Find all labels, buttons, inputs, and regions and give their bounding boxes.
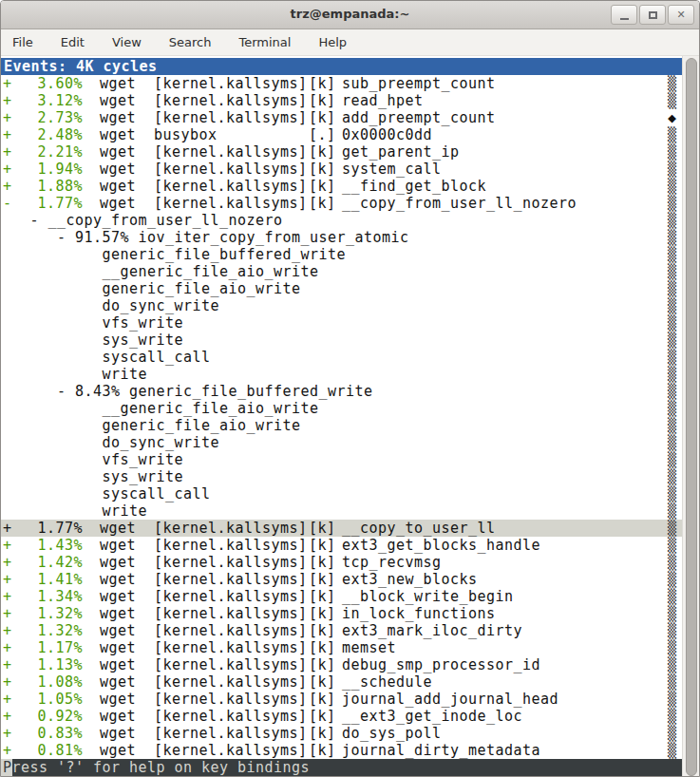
perf-entry-row[interactable]: -1.77%wget[kernel.kallsyms][k]__copy_fro… bbox=[1, 195, 682, 212]
expand-toggle[interactable]: + bbox=[3, 673, 12, 691]
callchain-row[interactable]: write▒ bbox=[1, 366, 682, 383]
overhead-percent: 2.73% bbox=[28, 109, 83, 126]
shared-object: [kernel.kallsyms] bbox=[154, 161, 308, 178]
symbol-name: __copy_to_user_ll bbox=[342, 520, 496, 537]
perf-entry-row[interactable]: +1.42%wget[kernel.kallsyms][k]tcp_recvms… bbox=[1, 554, 682, 571]
menu-item-file[interactable]: File bbox=[10, 32, 35, 52]
perf-entry-row[interactable]: +1.41%wget[kernel.kallsyms][k]ext3_new_b… bbox=[1, 571, 682, 588]
callchain-row[interactable]: sys_write▒ bbox=[1, 468, 682, 485]
expand-toggle[interactable]: + bbox=[3, 742, 12, 759]
perf-entry-row[interactable]: +1.05%wget[kernel.kallsyms][k]journal_ad… bbox=[1, 691, 682, 708]
expand-toggle[interactable]: + bbox=[3, 554, 12, 571]
callchain-row[interactable]: syscall_call▒ bbox=[1, 485, 682, 502]
perf-entry-row[interactable]: +1.34%wget[kernel.kallsyms][k]__block_wr… bbox=[1, 588, 682, 605]
callchain-row[interactable]: - __copy_from_user_ll_nozero▒ bbox=[1, 212, 682, 229]
callchain-row[interactable]: __generic_file_aio_write▒ bbox=[1, 400, 682, 417]
perf-entry-row[interactable]: +1.88%wget[kernel.kallsyms][k]__find_get… bbox=[1, 178, 682, 195]
symbol-type: [k] bbox=[309, 195, 336, 212]
command: wget bbox=[100, 691, 136, 708]
maximize-button[interactable] bbox=[639, 5, 666, 25]
expand-toggle[interactable]: + bbox=[3, 143, 12, 161]
perf-entry-row[interactable]: +3.12%wget[kernel.kallsyms][k]read_hpet▒ bbox=[1, 92, 682, 109]
symbol-name: __schedule bbox=[342, 673, 432, 691]
minimize-button[interactable] bbox=[611, 5, 637, 25]
expand-toggle[interactable]: + bbox=[3, 109, 12, 126]
expand-toggle[interactable]: + bbox=[3, 605, 12, 622]
perf-entry-row[interactable]: +1.17%wget[kernel.kallsyms][k]memset▒ bbox=[1, 639, 682, 656]
expand-toggle[interactable]: + bbox=[3, 708, 12, 725]
command: wget bbox=[100, 178, 136, 195]
perf-entry-row[interactable]: +1.32%wget[kernel.kallsyms][k]ext3_mark_… bbox=[1, 622, 682, 639]
expand-toggle[interactable]: + bbox=[3, 75, 12, 92]
command: wget bbox=[100, 605, 136, 622]
callchain-row[interactable]: generic_file_buffered_write▒ bbox=[1, 246, 682, 263]
callchain-row[interactable]: vfs_write▒ bbox=[1, 314, 682, 332]
perf-entry-row[interactable]: +0.83%wget[kernel.kallsyms][k]do_sys_pol… bbox=[1, 725, 682, 742]
title-bar[interactable]: trz@empanada:~ ✕ bbox=[1, 1, 699, 29]
symbol-name: debug_smp_processor_id bbox=[342, 656, 540, 673]
expand-toggle[interactable]: - bbox=[3, 195, 12, 212]
menu-item-search[interactable]: Search bbox=[167, 32, 214, 52]
shared-object: busybox bbox=[154, 126, 218, 143]
scrollbar-hatch-icon: ▒ bbox=[668, 725, 677, 742]
callchain-row[interactable]: generic_file_aio_write▒ bbox=[1, 417, 682, 434]
perf-entry-row[interactable]: +1.77%wget[kernel.kallsyms][k]__copy_to_… bbox=[1, 520, 682, 537]
scrollbar-hatch-icon: ▒ bbox=[668, 314, 677, 332]
scrollbar-hatch-icon: ▒ bbox=[668, 571, 677, 588]
shared-object: [kernel.kallsyms] bbox=[154, 622, 308, 639]
expand-toggle[interactable]: + bbox=[3, 588, 12, 605]
callchain-row[interactable]: - 91.57% iov_iter_copy_from_user_atomic▒ bbox=[1, 229, 682, 246]
symbol-type: [k] bbox=[309, 537, 336, 554]
callchain-row[interactable]: sys_write▒ bbox=[1, 332, 682, 349]
expand-toggle[interactable]: + bbox=[3, 622, 12, 639]
perf-entry-row[interactable]: +1.94%wget[kernel.kallsyms][k]system_cal… bbox=[1, 161, 682, 178]
callchain-text: - __copy_from_user_ll_nozero bbox=[3, 212, 283, 229]
perf-entry-row[interactable]: +0.92%wget[kernel.kallsyms][k]__ext3_get… bbox=[1, 708, 682, 725]
terminal-screen[interactable]: Events: 4K cycles +3.60%wget[kernel.kall… bbox=[1, 56, 699, 777]
perf-entry-row[interactable]: +1.32%wget[kernel.kallsyms][k]in_lock_fu… bbox=[1, 605, 682, 622]
expand-toggle[interactable]: + bbox=[3, 126, 12, 143]
command: wget bbox=[100, 109, 136, 126]
menu-item-view[interactable]: View bbox=[110, 32, 143, 52]
callchain-row[interactable]: __generic_file_aio_write▒ bbox=[1, 263, 682, 280]
callchain-row[interactable]: do_sync_write▒ bbox=[1, 434, 682, 451]
callchain-row[interactable]: - 8.43% generic_file_buffered_write▒ bbox=[1, 383, 682, 400]
scrollbar-thumb[interactable] bbox=[686, 58, 697, 776]
perf-entry-row[interactable]: +1.08%wget[kernel.kallsyms][k]__schedule… bbox=[1, 673, 682, 691]
scrollbar-hatch-icon: ▒ bbox=[668, 212, 677, 229]
expand-toggle[interactable]: + bbox=[3, 639, 12, 656]
callchain-row[interactable]: syscall_call▒ bbox=[1, 349, 682, 366]
callchain-text: generic_file_aio_write bbox=[3, 417, 301, 434]
expand-toggle[interactable]: + bbox=[3, 656, 12, 673]
expand-toggle[interactable]: + bbox=[3, 520, 12, 537]
command: wget bbox=[100, 92, 136, 109]
menu-item-terminal[interactable]: Terminal bbox=[236, 32, 293, 52]
perf-entry-row[interactable]: +2.73%wget[kernel.kallsyms][k]add_preemp… bbox=[1, 109, 682, 126]
command: wget bbox=[100, 725, 136, 742]
symbol-name: in_lock_functions bbox=[342, 605, 496, 622]
expand-toggle[interactable]: + bbox=[3, 178, 12, 195]
expand-toggle[interactable]: + bbox=[3, 725, 12, 742]
terminal-scrollbar[interactable] bbox=[682, 56, 699, 777]
callchain-row[interactable]: do_sync_write▒ bbox=[1, 297, 682, 314]
menu-item-help[interactable]: Help bbox=[316, 32, 349, 52]
expand-toggle[interactable]: + bbox=[3, 92, 12, 109]
minimize-icon bbox=[620, 18, 629, 20]
expand-toggle[interactable]: + bbox=[3, 691, 12, 708]
perf-entry-row[interactable]: +1.13%wget[kernel.kallsyms][k]debug_smp_… bbox=[1, 656, 682, 673]
perf-entry-row[interactable]: +0.81%wget[kernel.kallsyms][k]journal_di… bbox=[1, 742, 682, 759]
close-button[interactable]: ✕ bbox=[668, 5, 694, 25]
callchain-row[interactable]: write▒ bbox=[1, 502, 682, 520]
symbol-type: [k] bbox=[309, 622, 336, 639]
perf-entry-row[interactable]: +1.43%wget[kernel.kallsyms][k]ext3_get_b… bbox=[1, 537, 682, 554]
expand-toggle[interactable]: + bbox=[3, 161, 12, 178]
menu-item-edit[interactable]: Edit bbox=[59, 32, 86, 52]
callchain-row[interactable]: generic_file_aio_write▒ bbox=[1, 280, 682, 297]
perf-entry-row[interactable]: +2.48%wgetbusybox[.]0x0000c0dd▒ bbox=[1, 126, 682, 143]
callchain-row[interactable]: vfs_write▒ bbox=[1, 451, 682, 468]
expand-toggle[interactable]: + bbox=[3, 571, 12, 588]
perf-entry-row[interactable]: +3.60%wget[kernel.kallsyms][k]sub_preemp… bbox=[1, 75, 682, 92]
expand-toggle[interactable]: + bbox=[3, 537, 12, 554]
perf-entry-row[interactable]: +2.21%wget[kernel.kallsyms][k]get_parent… bbox=[1, 143, 682, 161]
scrollbar-hatch-icon: ▒ bbox=[668, 229, 677, 246]
